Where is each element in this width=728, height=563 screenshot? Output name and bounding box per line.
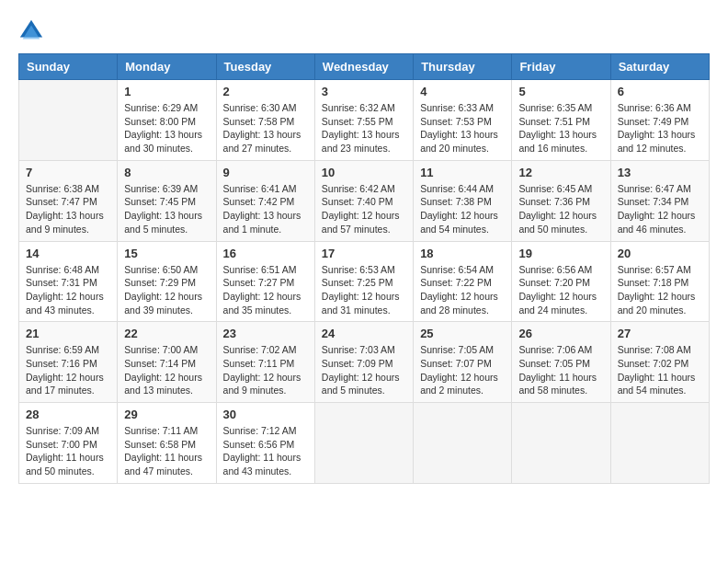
day-info: Sunrise: 7:00 AMSunset: 7:14 PMDaylight:… — [124, 343, 209, 397]
calendar-cell: 9Sunrise: 6:41 AMSunset: 7:42 PMDaylight… — [216, 160, 314, 241]
day-info: Sunrise: 6:29 AMSunset: 8:00 PMDaylight:… — [124, 101, 209, 155]
calendar-header-saturday: Saturday — [610, 54, 709, 80]
day-number: 10 — [322, 166, 406, 179]
logo — [18, 18, 48, 44]
day-number: 5 — [518, 85, 603, 98]
calendar-cell: 11Sunrise: 6:44 AMSunset: 7:38 PMDayligh… — [414, 160, 512, 241]
calendar-week-4: 28Sunrise: 7:09 AMSunset: 7:00 PMDayligh… — [19, 403, 710, 484]
day-number: 29 — [124, 408, 209, 421]
calendar-cell: 28Sunrise: 7:09 AMSunset: 7:00 PMDayligh… — [19, 403, 118, 484]
day-info: Sunrise: 6:35 AMSunset: 7:51 PMDaylight:… — [518, 101, 603, 155]
day-info: Sunrise: 6:33 AMSunset: 7:53 PMDaylight:… — [420, 101, 505, 155]
calendar-header-thursday: Thursday — [414, 54, 512, 80]
day-number: 12 — [518, 166, 603, 179]
day-number: 24 — [322, 327, 406, 340]
day-info: Sunrise: 7:03 AMSunset: 7:09 PMDaylight:… — [322, 343, 406, 397]
calendar-cell: 30Sunrise: 7:12 AMSunset: 6:56 PMDayligh… — [216, 403, 314, 484]
day-info: Sunrise: 6:50 AMSunset: 7:29 PMDaylight:… — [124, 263, 209, 317]
calendar-cell: 13Sunrise: 6:47 AMSunset: 7:34 PMDayligh… — [610, 160, 709, 241]
calendar-cell: 12Sunrise: 6:45 AMSunset: 7:36 PMDayligh… — [512, 160, 610, 241]
day-number: 17 — [322, 247, 406, 260]
day-info: Sunrise: 6:57 AMSunset: 7:18 PMDaylight:… — [618, 263, 702, 317]
calendar-cell: 23Sunrise: 7:02 AMSunset: 7:11 PMDayligh… — [216, 322, 314, 403]
day-info: Sunrise: 7:09 AMSunset: 7:00 PMDaylight:… — [26, 424, 110, 478]
day-info: Sunrise: 6:36 AMSunset: 7:49 PMDaylight:… — [618, 101, 702, 155]
calendar-week-1: 7Sunrise: 6:38 AMSunset: 7:47 PMDaylight… — [19, 160, 710, 241]
day-number: 26 — [518, 327, 603, 340]
day-info: Sunrise: 6:30 AMSunset: 7:58 PMDaylight:… — [223, 101, 308, 155]
calendar-header-friday: Friday — [512, 54, 610, 80]
calendar-cell: 10Sunrise: 6:42 AMSunset: 7:40 PMDayligh… — [314, 160, 413, 241]
day-info: Sunrise: 6:47 AMSunset: 7:34 PMDaylight:… — [618, 182, 702, 236]
calendar-cell: 8Sunrise: 6:39 AMSunset: 7:45 PMDaylight… — [118, 160, 216, 241]
calendar-header-row: SundayMondayTuesdayWednesdayThursdayFrid… — [19, 54, 710, 80]
day-info: Sunrise: 6:59 AMSunset: 7:16 PMDaylight:… — [26, 343, 110, 397]
day-number: 14 — [26, 247, 110, 260]
day-number: 9 — [223, 166, 308, 179]
day-number: 18 — [420, 247, 505, 260]
day-info: Sunrise: 7:08 AMSunset: 7:02 PMDaylight:… — [618, 343, 702, 397]
calendar-cell: 3Sunrise: 6:32 AMSunset: 7:55 PMDaylight… — [314, 80, 413, 161]
day-info: Sunrise: 7:02 AMSunset: 7:11 PMDaylight:… — [223, 343, 308, 397]
day-info: Sunrise: 6:39 AMSunset: 7:45 PMDaylight:… — [124, 182, 209, 236]
calendar: SundayMondayTuesdayWednesdayThursdayFrid… — [18, 53, 710, 484]
day-number: 8 — [124, 166, 209, 179]
day-number: 3 — [322, 85, 406, 98]
calendar-week-3: 21Sunrise: 6:59 AMSunset: 7:16 PMDayligh… — [19, 322, 710, 403]
day-number: 27 — [618, 327, 702, 340]
calendar-cell: 19Sunrise: 6:56 AMSunset: 7:20 PMDayligh… — [512, 241, 610, 322]
day-info: Sunrise: 6:54 AMSunset: 7:22 PMDaylight:… — [420, 263, 505, 317]
day-number: 11 — [420, 166, 505, 179]
calendar-header-wednesday: Wednesday — [314, 54, 413, 80]
calendar-cell: 14Sunrise: 6:48 AMSunset: 7:31 PMDayligh… — [19, 241, 118, 322]
day-info: Sunrise: 7:12 AMSunset: 6:56 PMDaylight:… — [223, 424, 308, 478]
calendar-cell: 17Sunrise: 6:53 AMSunset: 7:25 PMDayligh… — [314, 241, 413, 322]
day-info: Sunrise: 6:45 AMSunset: 7:36 PMDaylight:… — [518, 182, 603, 236]
calendar-header-tuesday: Tuesday — [216, 54, 314, 80]
calendar-cell: 24Sunrise: 7:03 AMSunset: 7:09 PMDayligh… — [314, 322, 413, 403]
calendar-cell: 5Sunrise: 6:35 AMSunset: 7:51 PMDaylight… — [512, 80, 610, 161]
day-number: 30 — [223, 408, 308, 421]
calendar-cell: 16Sunrise: 6:51 AMSunset: 7:27 PMDayligh… — [216, 241, 314, 322]
day-info: Sunrise: 6:42 AMSunset: 7:40 PMDaylight:… — [322, 182, 406, 236]
calendar-cell — [19, 80, 118, 161]
day-info: Sunrise: 6:56 AMSunset: 7:20 PMDaylight:… — [518, 263, 603, 317]
day-number: 4 — [420, 85, 505, 98]
day-info: Sunrise: 6:41 AMSunset: 7:42 PMDaylight:… — [223, 182, 308, 236]
calendar-header-monday: Monday — [118, 54, 216, 80]
day-number: 2 — [223, 85, 308, 98]
day-number: 13 — [618, 166, 702, 179]
logo-icon — [18, 18, 44, 44]
day-info: Sunrise: 6:53 AMSunset: 7:25 PMDaylight:… — [322, 263, 406, 317]
day-number: 20 — [618, 247, 702, 260]
day-info: Sunrise: 6:32 AMSunset: 7:55 PMDaylight:… — [322, 101, 406, 155]
calendar-cell: 27Sunrise: 7:08 AMSunset: 7:02 PMDayligh… — [610, 322, 709, 403]
calendar-cell — [414, 403, 512, 484]
day-number: 22 — [124, 327, 209, 340]
day-number: 19 — [518, 247, 603, 260]
calendar-cell: 22Sunrise: 7:00 AMSunset: 7:14 PMDayligh… — [118, 322, 216, 403]
calendar-cell: 25Sunrise: 7:05 AMSunset: 7:07 PMDayligh… — [414, 322, 512, 403]
calendar-header-sunday: Sunday — [19, 54, 118, 80]
calendar-cell: 15Sunrise: 6:50 AMSunset: 7:29 PMDayligh… — [118, 241, 216, 322]
day-number: 1 — [124, 85, 209, 98]
calendar-cell: 1Sunrise: 6:29 AMSunset: 8:00 PMDaylight… — [118, 80, 216, 161]
calendar-cell: 26Sunrise: 7:06 AMSunset: 7:05 PMDayligh… — [512, 322, 610, 403]
calendar-cell: 4Sunrise: 6:33 AMSunset: 7:53 PMDaylight… — [414, 80, 512, 161]
day-number: 15 — [124, 247, 209, 260]
calendar-cell: 18Sunrise: 6:54 AMSunset: 7:22 PMDayligh… — [414, 241, 512, 322]
day-info: Sunrise: 6:44 AMSunset: 7:38 PMDaylight:… — [420, 182, 505, 236]
calendar-cell — [314, 403, 413, 484]
day-number: 6 — [618, 85, 702, 98]
calendar-cell: 7Sunrise: 6:38 AMSunset: 7:47 PMDaylight… — [19, 160, 118, 241]
calendar-cell: 20Sunrise: 6:57 AMSunset: 7:18 PMDayligh… — [610, 241, 709, 322]
calendar-week-0: 1Sunrise: 6:29 AMSunset: 8:00 PMDaylight… — [19, 80, 710, 161]
day-info: Sunrise: 6:38 AMSunset: 7:47 PMDaylight:… — [26, 182, 110, 236]
calendar-cell — [610, 403, 709, 484]
calendar-cell: 29Sunrise: 7:11 AMSunset: 6:58 PMDayligh… — [118, 403, 216, 484]
calendar-cell: 6Sunrise: 6:36 AMSunset: 7:49 PMDaylight… — [610, 80, 709, 161]
day-number: 21 — [26, 327, 110, 340]
day-info: Sunrise: 7:05 AMSunset: 7:07 PMDaylight:… — [420, 343, 505, 397]
calendar-week-2: 14Sunrise: 6:48 AMSunset: 7:31 PMDayligh… — [19, 241, 710, 322]
day-number: 25 — [420, 327, 505, 340]
